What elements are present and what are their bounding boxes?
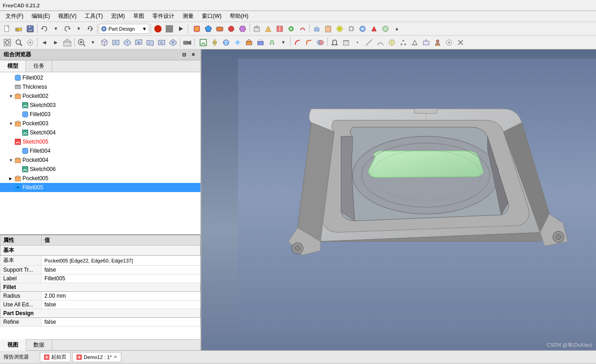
view-top[interactable]: T — [122, 37, 133, 48]
menu-partdesign[interactable]: 零件设计 — [149, 11, 178, 21]
tree-thickness[interactable]: Thickness — [0, 82, 200, 91]
tool-r14[interactable] — [346, 23, 357, 34]
pd-extra1[interactable] — [444, 37, 455, 48]
refresh-btn[interactable] — [85, 23, 96, 34]
tree-sketch006[interactable]: Sketch006 — [0, 165, 200, 174]
nav-fwd[interactable]: ▶ — [50, 37, 61, 48]
tree-pocket002[interactable]: ▼ Pocket002 — [0, 91, 200, 101]
panel-restore-btn[interactable]: ⊡ — [180, 51, 188, 59]
play-btn[interactable] — [175, 23, 186, 34]
pd-sub[interactable] — [341, 37, 352, 48]
nav-back[interactable]: ◀ — [39, 37, 50, 48]
tree-fillet005[interactable]: Fillet005 — [0, 183, 200, 192]
pd-ref[interactable] — [221, 37, 232, 48]
view-back[interactable]: K — [156, 37, 167, 48]
menu-window[interactable]: 窗口(W) — [198, 11, 225, 21]
tree-fillet004[interactable]: Fillet004 — [0, 146, 200, 155]
pd-attach[interactable] — [209, 37, 220, 48]
menu-measure[interactable]: 测量 — [179, 11, 197, 21]
pd-line[interactable] — [363, 37, 374, 48]
menu-tools[interactable]: 工具(T) — [81, 11, 106, 21]
tree-fillet002[interactable]: Fillet002 — [0, 73, 200, 82]
stop-btn[interactable] — [164, 23, 175, 34]
view-bottom[interactable]: B — [168, 37, 179, 48]
nav-select[interactable] — [25, 37, 36, 48]
tab-demo12-close[interactable]: ✕ — [114, 354, 117, 359]
menu-help[interactable]: 帮助(H) — [226, 11, 252, 21]
tool-r6[interactable] — [251, 23, 262, 34]
view-right[interactable]: R — [133, 37, 144, 48]
tool-r10[interactable] — [297, 23, 308, 34]
tree-fillet003[interactable]: Fillet003 — [0, 110, 200, 119]
pd-measure[interactable] — [329, 37, 340, 48]
pd-fillet[interactable] — [292, 37, 303, 48]
tool-r16[interactable] — [368, 23, 379, 34]
tool-r8[interactable] — [274, 23, 285, 34]
redo-arrow[interactable]: ▼ — [73, 23, 84, 34]
tree-pocket005[interactable]: ▶ Pocket005 — [0, 174, 200, 183]
pd-chamfer[interactable] — [303, 37, 314, 48]
viewport-3d[interactable]: CSDN @筝(DuXiao) — [201, 49, 596, 350]
save-btn[interactable] — [25, 23, 36, 34]
pd-constrain[interactable] — [386, 37, 397, 48]
pd-sketch[interactable] — [198, 37, 209, 48]
nav-zoomdrop[interactable]: ▼ — [87, 37, 98, 48]
nav-zoomp[interactable] — [76, 37, 87, 48]
nav-zoom-all[interactable] — [2, 37, 13, 48]
cube-view[interactable] — [99, 37, 110, 48]
tool-r7[interactable] — [263, 23, 274, 34]
menu-view[interactable]: 视图(V) — [54, 11, 80, 21]
nav-home[interactable] — [62, 37, 73, 48]
menu-macro[interactable]: 宏(M) — [108, 11, 129, 21]
pd-ref2[interactable] — [232, 37, 243, 48]
open-btn[interactable] — [13, 23, 24, 34]
tab-task[interactable]: 任务 — [26, 60, 52, 72]
pd-snap[interactable] — [409, 37, 420, 48]
pd-more[interactable]: ▼ — [278, 37, 289, 48]
pd-moresym[interactable] — [421, 37, 432, 48]
tool-r12[interactable] — [323, 23, 334, 34]
pd-arc[interactable] — [375, 37, 386, 48]
pd-rev[interactable] — [266, 37, 277, 48]
expander-pocket004[interactable]: ▼ — [9, 158, 15, 162]
tree-sketch005[interactable]: Sketch005 — [0, 137, 200, 146]
tree-sketch004[interactable]: Sketch004 — [0, 128, 200, 137]
view-front[interactable]: F — [110, 37, 121, 48]
tool-r2[interactable] — [203, 23, 214, 34]
expander-pocket002[interactable]: ▼ — [9, 94, 15, 98]
pd-pts[interactable] — [398, 37, 409, 48]
menu-file[interactable]: 文件(F) — [2, 11, 27, 21]
tool-r18[interactable]: ▲ — [391, 23, 402, 34]
menu-sketch[interactable]: 草图 — [130, 11, 148, 21]
tree-area[interactable]: Fillet002 Thickness ▼ Pocket002 — [0, 72, 200, 234]
pd-dot[interactable]: • — [352, 37, 363, 48]
workbench-dropdown[interactable]: Part Design ▼ — [99, 24, 149, 34]
tool-r9[interactable] — [286, 23, 297, 34]
pd-pocket[interactable] — [255, 37, 266, 48]
nav-zoom-sel[interactable] — [13, 37, 24, 48]
tool-r15[interactable] — [357, 23, 368, 34]
tool-r17[interactable] — [380, 23, 391, 34]
expander-pocket003[interactable]: ▼ — [9, 122, 15, 126]
menu-edit[interactable]: 编辑(E) — [28, 11, 54, 21]
pd-pad[interactable] — [244, 37, 255, 48]
tool-r1[interactable] — [191, 23, 202, 34]
view-left[interactable]: L — [145, 37, 156, 48]
tool-r3[interactable] — [214, 23, 225, 34]
cam-btn[interactable] — [182, 37, 193, 48]
tab-startpage[interactable]: 起始页 — [40, 352, 70, 362]
run-btn[interactable] — [152, 23, 163, 34]
expander[interactable]: ▶ — [9, 177, 15, 181]
tab-model[interactable]: 模型 — [0, 60, 26, 72]
undo-arrow[interactable]: ▼ — [50, 23, 61, 34]
tab-demo12[interactable]: Demo12 : 1* ✕ — [72, 352, 121, 362]
panel-close-btn[interactable]: ✕ — [190, 51, 197, 59]
tool-r13[interactable] — [334, 23, 345, 34]
tree-pocket003[interactable]: ▼ Pocket003 — [0, 119, 200, 128]
pd-user[interactable] — [432, 37, 443, 48]
redo-btn[interactable] — [62, 23, 73, 34]
tool-r11[interactable] — [311, 23, 322, 34]
tool-r5[interactable] — [237, 23, 248, 34]
tab-data[interactable]: 数据 — [26, 339, 52, 351]
new-btn[interactable] — [2, 23, 13, 34]
